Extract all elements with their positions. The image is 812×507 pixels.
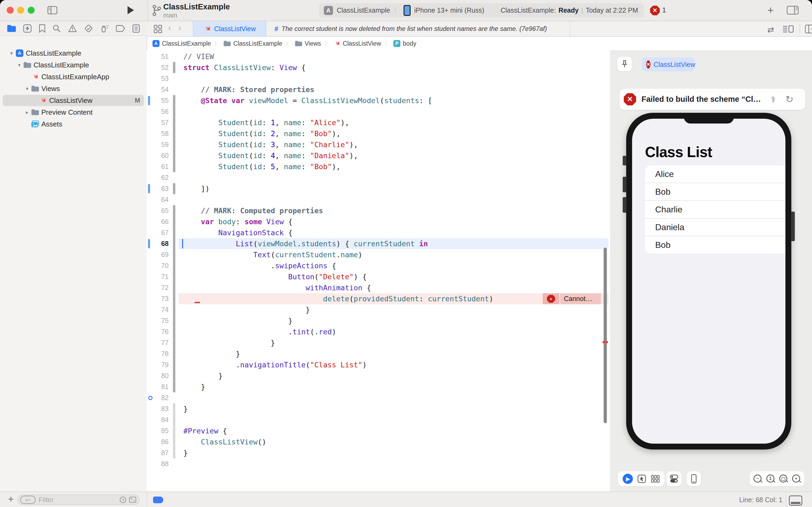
student-list-item[interactable]: Alice — [645, 165, 786, 183]
navigator-filter-field[interactable]: ≡˅ Filter — [17, 495, 139, 505]
recents-filter-icon[interactable] — [119, 496, 127, 504]
code-line-88[interactable]: 88 — [147, 458, 610, 469]
student-list-item[interactable]: Charlie — [645, 200, 786, 218]
sidebar-item-classlistexampleapp[interactable]: ClassListExampleApp — [0, 71, 147, 83]
code-line-65[interactable]: 65 // MARK: Computed properties — [147, 205, 610, 216]
tab-classlistview[interactable]: ClassListView — [193, 21, 267, 36]
debug-navigator-icon[interactable] — [100, 24, 109, 33]
code-line-55[interactable]: 55 @State var viewModel = ClassListViewM… — [147, 95, 610, 106]
close-window-button[interactable] — [7, 7, 14, 14]
code-line-76[interactable]: 76 .tint(.red) — [147, 326, 610, 337]
breadcrumb-group[interactable]: ClassListExample — [223, 40, 283, 47]
sidebar-item-classlistview[interactable]: ClassListViewM — [0, 95, 147, 106]
add-editor-icon[interactable] — [805, 25, 812, 33]
run-button[interactable] — [127, 6, 135, 15]
diagnostics-icon[interactable]: ⚕ — [771, 94, 776, 105]
disclosure-chevron-icon[interactable]: ▸ — [23, 109, 31, 115]
preview-tab-pill[interactable]: ✕ ClassListView — [642, 57, 695, 71]
disclosure-chevron-icon[interactable]: ▾ — [16, 62, 23, 68]
code-line-77[interactable]: 77 } — [147, 337, 610, 348]
code-line-83[interactable]: 83} — [147, 403, 610, 414]
breadcrumb-file[interactable]: ClassListView — [334, 40, 381, 47]
source-control-navigator-icon[interactable] — [23, 24, 32, 33]
minimize-window-button[interactable] — [17, 7, 24, 14]
find-navigator-icon[interactable] — [52, 24, 61, 33]
device-picker-button[interactable] — [687, 471, 701, 486]
code-line-64[interactable]: 64 — [147, 194, 610, 205]
zoom-out-icon[interactable]: − — [753, 474, 763, 484]
source-editor[interactable]: 51// VIEW52struct ClassListView: View {5… — [147, 50, 610, 492]
editor-scrollbar[interactable] — [603, 247, 607, 423]
change-scope-tag[interactable] — [153, 497, 163, 503]
tests-navigator-icon[interactable] — [84, 24, 93, 33]
zoom-to-fit-icon[interactable]: ▢ — [779, 474, 789, 484]
zoom-actual-size-icon[interactable]: 1 — [766, 474, 775, 484]
live-preview-button[interactable]: ▶ — [623, 474, 633, 484]
selectable-mode-icon[interactable] — [637, 474, 646, 483]
code-line-68[interactable]: 68 List(viewModel.students) { currentStu… — [147, 238, 610, 249]
toolbar-error-count[interactable]: 1 — [662, 6, 666, 14]
code-line-53[interactable]: 53 — [147, 73, 610, 84]
code-line-66[interactable]: 66 var body: some View { — [147, 216, 610, 227]
sidebar-item-classlistexample[interactable]: ▾ClassListExample — [0, 47, 147, 59]
code-line-70[interactable]: 70 .swipeActions { — [147, 260, 610, 271]
student-list-item[interactable]: Daniela — [645, 218, 786, 236]
reload-preview-icon[interactable]: ↻ — [786, 94, 794, 105]
breadcrumb-views[interactable]: Views — [295, 40, 321, 47]
code-line-73[interactable]: 73 delete(providedStudent: currentStuden… — [147, 293, 610, 304]
code-line-57[interactable]: 57 Student(id: 1, name: "Alice"), — [147, 117, 610, 128]
student-list-item[interactable]: Bob — [645, 183, 786, 200]
bookmarks-navigator-icon[interactable] — [39, 24, 46, 33]
code-line-67[interactable]: 67 NavigationStack { — [147, 227, 610, 238]
disclosure-chevron-icon[interactable]: ▾ — [23, 86, 31, 92]
code-line-81[interactable]: 81 } — [147, 381, 610, 392]
variants-mode-icon[interactable] — [651, 475, 660, 483]
code-line-51[interactable]: 51// VIEW — [147, 51, 610, 62]
add-toolbar-button[interactable]: + — [767, 4, 773, 16]
code-line-72[interactable]: 72 withAnimation { — [147, 282, 610, 293]
tab-commit-message[interactable]: # The correct student is now deleted fro… — [265, 21, 570, 36]
inline-error-badge[interactable]: ✕Cannot… — [543, 293, 601, 304]
code-line-79[interactable]: 79 .navigationTitle("Class List") — [147, 359, 610, 370]
code-line-75[interactable]: 75 } — [147, 315, 610, 326]
swap-editor-icon[interactable]: ⇄ — [767, 25, 774, 35]
add-file-button[interactable]: + — [8, 494, 14, 505]
code-line-59[interactable]: 59 Student(id: 3, name: "Charlie"), — [147, 139, 610, 150]
device-settings-button[interactable] — [666, 471, 682, 486]
code-line-63[interactable]: 63 ]) — [147, 183, 610, 194]
code-line-84[interactable]: 84 — [147, 414, 610, 426]
code-line-78[interactable]: 78 } — [147, 348, 610, 359]
breakpoints-navigator-icon[interactable] — [116, 25, 126, 32]
toolbar-error-icon[interactable]: ✕ — [650, 6, 660, 15]
keyboard-indicator-icon[interactable] — [789, 496, 802, 506]
issues-navigator-icon[interactable] — [68, 24, 77, 33]
disclosure-chevron-icon[interactable]: ▾ — [8, 50, 15, 56]
source-control-filter-icon[interactable] — [129, 497, 136, 503]
code-line-52[interactable]: 52struct ClassListView: View { — [147, 62, 610, 73]
code-line-61[interactable]: 61 Student(id: 5, name: "Bob"), — [147, 161, 610, 172]
build-failed-banner[interactable]: ✕ Failed to build the scheme “Cl… ⚕ ↻ — [620, 89, 805, 110]
sidebar-item-views[interactable]: ▾Views — [0, 83, 147, 95]
scheme-name[interactable]: ClassListExample — [337, 6, 390, 14]
student-list-item[interactable]: Bob — [645, 236, 786, 253]
go-back-button[interactable]: ‹ — [168, 22, 171, 33]
sidebar-item-preview-content[interactable]: ▸Preview Content — [0, 106, 147, 118]
students-list[interactable]: AliceBobCharlieDanielaBob — [645, 165, 786, 253]
code-line-87[interactable]: 87} — [147, 447, 610, 458]
code-line-60[interactable]: 60 Student(id: 4, name: "Daniela"), — [147, 150, 610, 161]
breadcrumb-symbol-body[interactable]: P body — [393, 40, 416, 47]
sidebar-item-classlistexample[interactable]: ▾ClassListExample — [0, 59, 147, 71]
filter-options-icon[interactable]: ≡˅ — [20, 496, 36, 504]
code-line-85[interactable]: 85#Preview { — [147, 426, 610, 436]
run-destination[interactable]: iPhone 13+ mini (Russ) — [414, 6, 484, 14]
code-line-74[interactable]: 74 } — [147, 304, 610, 315]
pin-preview-button[interactable] — [617, 57, 632, 71]
zoom-window-button[interactable] — [27, 7, 35, 14]
activity-status-pill[interactable]: A ClassListExample 〉 iPhone 13+ mini (Ru… — [319, 3, 644, 17]
code-line-69[interactable]: 69 Text(currentStudent.name) — [147, 249, 610, 260]
project-navigator-icon[interactable] — [7, 24, 16, 33]
code-line-54[interactable]: 54 // MARK: Stored properties — [147, 84, 610, 95]
breadcrumb-project[interactable]: ClassListExample — [153, 40, 211, 47]
code-line-62[interactable]: 62 — [147, 172, 610, 183]
code-line-86[interactable]: 86 ClassListView() — [147, 436, 610, 447]
